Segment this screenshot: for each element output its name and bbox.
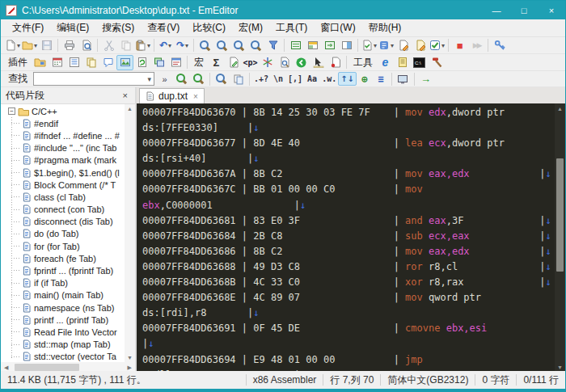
- tab-close-icon[interactable]: ×: [193, 92, 198, 101]
- panel-close-icon[interactable]: ×: [120, 91, 130, 100]
- minimize-button[interactable]: —: [483, 1, 510, 19]
- define-config-button[interactable]: [412, 38, 429, 53]
- menu-item[interactable]: 查看(V): [141, 19, 186, 36]
- snippet-item[interactable]: Block Comment (/* T: [1, 179, 125, 191]
- editor-line[interactable]: 00007FF84DD63688 | 49 D3 C8 | ror r8,cl …: [142, 259, 555, 275]
- tool-browser-icon[interactable]: e: [377, 55, 394, 70]
- open-file-button[interactable]: ▾: [21, 38, 38, 53]
- paste-button[interactable]: ▾: [134, 38, 151, 53]
- editor-line[interactable]: ds:[rsi+40] |↓: [142, 151, 555, 166]
- editor-text[interactable]: 00007FF84DD63670 | 8B 14 25 30 03 FE 7F …: [142, 105, 555, 373]
- snippet-item[interactable]: #endif: [1, 117, 125, 129]
- select-config-button[interactable]: ▾: [429, 38, 446, 53]
- find-input-field[interactable]: [34, 74, 146, 85]
- tool-build-icon[interactable]: [428, 55, 445, 70]
- outline-button[interactable]: ▾: [378, 38, 395, 53]
- snippet-item[interactable]: namespace (ns Tab): [1, 301, 125, 314]
- replace-in-files-button[interactable]: [247, 38, 264, 53]
- snippet-item[interactable]: do (do Tab): [1, 228, 125, 240]
- macro-sigma-icon[interactable]: Σ: [208, 55, 225, 70]
- editor-line[interactable]: 00007FF84DD63681 | 83 E0 3F | and eax,3F…: [142, 213, 555, 229]
- sync-scroll-button[interactable]: [321, 38, 338, 53]
- snippet-item[interactable]: #ifndef ... #define ... #: [1, 129, 125, 141]
- snippet-item[interactable]: for (for Tab): [1, 240, 125, 252]
- find-overflow-button[interactable]: »: [156, 71, 173, 86]
- snippet-item[interactable]: #include "..." (inc Tab: [1, 142, 125, 154]
- editor-surface[interactable]: 00007FF84DD63670 | 8B 14 25 30 03 FE 7F …: [137, 103, 565, 373]
- split-window-button[interactable]: [304, 38, 321, 53]
- snippets-button[interactable]: ▾: [361, 38, 378, 53]
- tool-cmd-icon[interactable]: C:\: [411, 55, 428, 70]
- menu-item[interactable]: 窗口(W): [314, 19, 361, 36]
- plugin-open-documents-icon[interactable]: [65, 55, 82, 70]
- tree-vertical-scrollbar[interactable]: ▲ ▼: [125, 104, 135, 362]
- editor-line[interactable]: 00007FF84DD63691 | 0F 45 DE | cmovne ebx…: [142, 321, 555, 336]
- menu-item[interactable]: 宏(M): [232, 19, 269, 36]
- macro-find-icon[interactable]: [276, 55, 293, 70]
- menu-item[interactable]: 编辑(E): [50, 19, 95, 36]
- menu-item[interactable]: 搜索(S): [95, 19, 141, 36]
- menu-item[interactable]: 比较(C): [186, 19, 232, 36]
- snippet-item[interactable]: std::map (map Tab): [1, 339, 125, 351]
- editor-line[interactable]: 00007FF84DD63684 | 2B C8 | sub ecx,eax |…: [142, 229, 555, 244]
- find-next-button[interactable]: [190, 71, 207, 86]
- jump-button[interactable]: →: [417, 71, 434, 86]
- snippets-root-folder[interactable]: −C/C++: [1, 105, 125, 117]
- record-macro-button[interactable]: ■: [451, 38, 468, 53]
- snippet-item[interactable]: printf ... (printf Tab): [1, 314, 125, 326]
- combo-dropdown-icon[interactable]: ▾: [147, 75, 154, 83]
- snippet-item[interactable]: std::vector (vector Ta: [1, 351, 125, 362]
- plugin-word-count-icon[interactable]: [167, 55, 184, 70]
- new-file-button[interactable]: ▾: [4, 38, 21, 53]
- highlight-all-toggle[interactable]: ⊕: [357, 72, 373, 86]
- snippet-item[interactable]: class (cl Tab): [1, 191, 125, 203]
- copy-button[interactable]: [117, 38, 134, 53]
- editor-line[interactable]: ebx,C0000001 |↓: [142, 198, 555, 213]
- snippet-item[interactable]: if (if Tab): [1, 277, 125, 289]
- search-direction-toggle[interactable]: ↑↓: [338, 72, 357, 86]
- status-syntax[interactable]: x86 Assembler: [247, 374, 323, 386]
- editor-line[interactable]: 00007FF84DD63677 | 8D 4E 40 | lea ecx,dw…: [142, 136, 555, 151]
- undo-button[interactable]: ↶▾: [157, 38, 174, 53]
- scroll-left-icon[interactable]: ◀: [1, 365, 11, 371]
- find-previous-button[interactable]: [173, 71, 190, 86]
- compare-windows-button[interactable]: [338, 38, 355, 53]
- plugin-web-preview-icon[interactable]: [133, 55, 150, 70]
- screen-option-button[interactable]: [395, 71, 412, 86]
- print-preview-button[interactable]: [78, 38, 95, 53]
- editor-line[interactable]: 00007FF84DD6368B | 4C 33 C0 | xor r8,rax…: [142, 275, 555, 290]
- snippet-item[interactable]: foreach (fe Tab): [1, 252, 125, 264]
- plugin-explorer-icon[interactable]: [32, 55, 49, 70]
- status-encoding[interactable]: 简体中文(GB2312): [381, 373, 475, 387]
- editor-line[interactable]: 00007FF84DD63694 | E9 48 01 00 00 | jmp: [142, 352, 555, 368]
- find-in-files-button[interactable]: [213, 38, 230, 53]
- save-button[interactable]: [38, 38, 55, 53]
- redo-button[interactable]: ↷▾: [174, 38, 191, 53]
- whole-word-toggle[interactable]: .w.: [320, 72, 338, 86]
- wrap-mode-button[interactable]: [287, 38, 304, 53]
- macro-cursor-icon[interactable]: [310, 55, 327, 70]
- macro-back-icon[interactable]: [293, 55, 310, 70]
- find-in-docs-button[interactable]: [230, 71, 247, 86]
- snippet-item[interactable]: #pragma mark (mark: [1, 154, 125, 166]
- macro-ptag-icon[interactable]: <p>: [242, 55, 259, 70]
- snippet-item[interactable]: $1.begin(), $1.end() (l: [1, 166, 125, 179]
- plugin-window-list-icon[interactable]: [150, 55, 167, 70]
- editor-line[interactable]: 00007FF84DD6368E | 4C 89 07 | mov qword …: [142, 290, 555, 306]
- close-button[interactable]: ×: [538, 1, 565, 19]
- snippet-item[interactable]: Read File Into Vector: [1, 326, 125, 338]
- replace-button[interactable]: [230, 38, 247, 53]
- cut-button[interactable]: [100, 38, 117, 53]
- number-range-toggle[interactable]: [,]: [286, 72, 304, 86]
- plugin-html-bar-icon[interactable]: [49, 55, 65, 70]
- scroll-up-icon[interactable]: ▲: [127, 106, 133, 112]
- regex-toggle[interactable]: .+?: [252, 72, 270, 86]
- pin-button[interactable]: [491, 38, 508, 53]
- scroll-up-icon[interactable]: ▲: [555, 103, 565, 114]
- filter-button[interactable]: [264, 38, 281, 53]
- run-macro-button[interactable]: ▶▶: [468, 38, 485, 53]
- tool-notepad-icon[interactable]: [394, 55, 411, 70]
- scrollbar-thumb[interactable]: [15, 364, 79, 371]
- snippet-item[interactable]: main() (main Tab): [1, 289, 125, 301]
- menu-item[interactable]: 帮助(H): [362, 19, 408, 36]
